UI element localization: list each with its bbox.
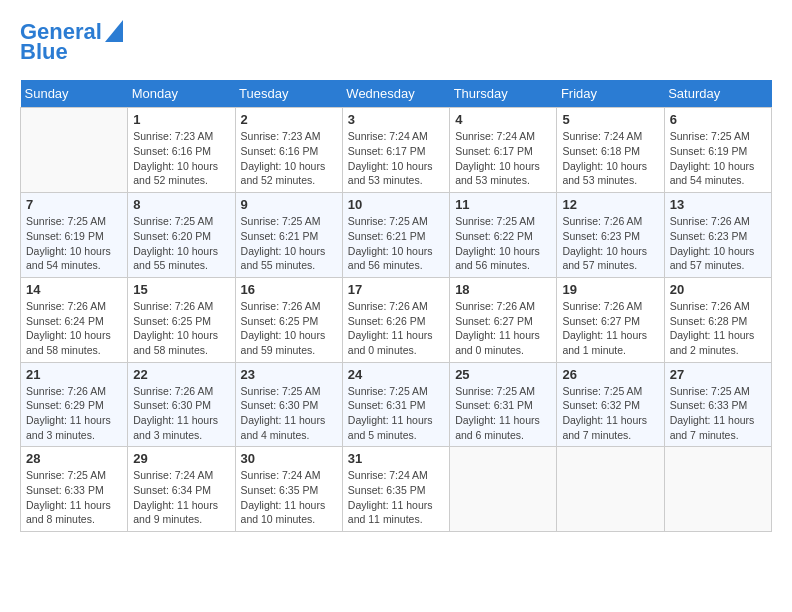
calendar-cell: 12Sunrise: 7:26 AM Sunset: 6:23 PM Dayli… <box>557 193 664 278</box>
calendar-cell: 7Sunrise: 7:25 AM Sunset: 6:19 PM Daylig… <box>21 193 128 278</box>
day-info: Sunrise: 7:24 AM Sunset: 6:18 PM Dayligh… <box>562 129 658 188</box>
day-number: 10 <box>348 197 444 212</box>
dow-header: Tuesday <box>235 80 342 108</box>
calendar-cell: 21Sunrise: 7:26 AM Sunset: 6:29 PM Dayli… <box>21 362 128 447</box>
day-number: 30 <box>241 451 337 466</box>
calendar-cell: 9Sunrise: 7:25 AM Sunset: 6:21 PM Daylig… <box>235 193 342 278</box>
day-number: 14 <box>26 282 122 297</box>
calendar-cell: 20Sunrise: 7:26 AM Sunset: 6:28 PM Dayli… <box>664 277 771 362</box>
day-info: Sunrise: 7:25 AM Sunset: 6:31 PM Dayligh… <box>455 384 551 443</box>
day-info: Sunrise: 7:26 AM Sunset: 6:28 PM Dayligh… <box>670 299 766 358</box>
day-info: Sunrise: 7:24 AM Sunset: 6:35 PM Dayligh… <box>348 468 444 527</box>
calendar-cell: 23Sunrise: 7:25 AM Sunset: 6:30 PM Dayli… <box>235 362 342 447</box>
calendar-cell <box>557 447 664 532</box>
day-number: 7 <box>26 197 122 212</box>
dow-header: Saturday <box>664 80 771 108</box>
day-info: Sunrise: 7:26 AM Sunset: 6:29 PM Dayligh… <box>26 384 122 443</box>
day-info: Sunrise: 7:25 AM Sunset: 6:30 PM Dayligh… <box>241 384 337 443</box>
dow-header: Sunday <box>21 80 128 108</box>
day-info: Sunrise: 7:23 AM Sunset: 6:16 PM Dayligh… <box>241 129 337 188</box>
day-info: Sunrise: 7:25 AM Sunset: 6:19 PM Dayligh… <box>670 129 766 188</box>
calendar-cell: 13Sunrise: 7:26 AM Sunset: 6:23 PM Dayli… <box>664 193 771 278</box>
day-number: 8 <box>133 197 229 212</box>
calendar-cell: 24Sunrise: 7:25 AM Sunset: 6:31 PM Dayli… <box>342 362 449 447</box>
day-number: 16 <box>241 282 337 297</box>
day-info: Sunrise: 7:25 AM Sunset: 6:32 PM Dayligh… <box>562 384 658 443</box>
logo-icon <box>105 20 123 42</box>
calendar-cell: 11Sunrise: 7:25 AM Sunset: 6:22 PM Dayli… <box>450 193 557 278</box>
day-info: Sunrise: 7:26 AM Sunset: 6:27 PM Dayligh… <box>562 299 658 358</box>
day-info: Sunrise: 7:26 AM Sunset: 6:25 PM Dayligh… <box>133 299 229 358</box>
day-number: 13 <box>670 197 766 212</box>
calendar-cell: 18Sunrise: 7:26 AM Sunset: 6:27 PM Dayli… <box>450 277 557 362</box>
day-number: 23 <box>241 367 337 382</box>
calendar-cell <box>21 108 128 193</box>
day-number: 28 <box>26 451 122 466</box>
calendar-cell: 17Sunrise: 7:26 AM Sunset: 6:26 PM Dayli… <box>342 277 449 362</box>
calendar-cell: 26Sunrise: 7:25 AM Sunset: 6:32 PM Dayli… <box>557 362 664 447</box>
day-number: 4 <box>455 112 551 127</box>
day-info: Sunrise: 7:26 AM Sunset: 6:25 PM Dayligh… <box>241 299 337 358</box>
day-info: Sunrise: 7:25 AM Sunset: 6:19 PM Dayligh… <box>26 214 122 273</box>
day-number: 29 <box>133 451 229 466</box>
calendar-cell <box>664 447 771 532</box>
day-info: Sunrise: 7:25 AM Sunset: 6:21 PM Dayligh… <box>241 214 337 273</box>
calendar-cell: 29Sunrise: 7:24 AM Sunset: 6:34 PM Dayli… <box>128 447 235 532</box>
calendar-cell: 22Sunrise: 7:26 AM Sunset: 6:30 PM Dayli… <box>128 362 235 447</box>
day-info: Sunrise: 7:25 AM Sunset: 6:31 PM Dayligh… <box>348 384 444 443</box>
calendar-cell: 19Sunrise: 7:26 AM Sunset: 6:27 PM Dayli… <box>557 277 664 362</box>
day-number: 2 <box>241 112 337 127</box>
page-header: General Blue <box>20 20 772 64</box>
calendar-cell: 25Sunrise: 7:25 AM Sunset: 6:31 PM Dayli… <box>450 362 557 447</box>
svg-marker-0 <box>105 20 123 42</box>
day-info: Sunrise: 7:23 AM Sunset: 6:16 PM Dayligh… <box>133 129 229 188</box>
dow-header: Thursday <box>450 80 557 108</box>
day-info: Sunrise: 7:24 AM Sunset: 6:17 PM Dayligh… <box>455 129 551 188</box>
day-number: 24 <box>348 367 444 382</box>
day-info: Sunrise: 7:26 AM Sunset: 6:23 PM Dayligh… <box>670 214 766 273</box>
calendar-cell: 5Sunrise: 7:24 AM Sunset: 6:18 PM Daylig… <box>557 108 664 193</box>
day-info: Sunrise: 7:26 AM Sunset: 6:26 PM Dayligh… <box>348 299 444 358</box>
day-info: Sunrise: 7:26 AM Sunset: 6:27 PM Dayligh… <box>455 299 551 358</box>
day-number: 1 <box>133 112 229 127</box>
calendar-cell: 30Sunrise: 7:24 AM Sunset: 6:35 PM Dayli… <box>235 447 342 532</box>
day-number: 18 <box>455 282 551 297</box>
calendar-cell: 28Sunrise: 7:25 AM Sunset: 6:33 PM Dayli… <box>21 447 128 532</box>
day-info: Sunrise: 7:26 AM Sunset: 6:24 PM Dayligh… <box>26 299 122 358</box>
calendar-cell: 8Sunrise: 7:25 AM Sunset: 6:20 PM Daylig… <box>128 193 235 278</box>
day-info: Sunrise: 7:24 AM Sunset: 6:34 PM Dayligh… <box>133 468 229 527</box>
calendar-cell: 6Sunrise: 7:25 AM Sunset: 6:19 PM Daylig… <box>664 108 771 193</box>
day-number: 22 <box>133 367 229 382</box>
calendar-cell: 1Sunrise: 7:23 AM Sunset: 6:16 PM Daylig… <box>128 108 235 193</box>
day-number: 15 <box>133 282 229 297</box>
calendar-cell: 14Sunrise: 7:26 AM Sunset: 6:24 PM Dayli… <box>21 277 128 362</box>
day-info: Sunrise: 7:25 AM Sunset: 6:20 PM Dayligh… <box>133 214 229 273</box>
calendar-cell: 2Sunrise: 7:23 AM Sunset: 6:16 PM Daylig… <box>235 108 342 193</box>
day-number: 6 <box>670 112 766 127</box>
calendar-cell: 15Sunrise: 7:26 AM Sunset: 6:25 PM Dayli… <box>128 277 235 362</box>
calendar-cell: 27Sunrise: 7:25 AM Sunset: 6:33 PM Dayli… <box>664 362 771 447</box>
day-number: 3 <box>348 112 444 127</box>
day-info: Sunrise: 7:26 AM Sunset: 6:30 PM Dayligh… <box>133 384 229 443</box>
calendar-cell: 16Sunrise: 7:26 AM Sunset: 6:25 PM Dayli… <box>235 277 342 362</box>
day-info: Sunrise: 7:25 AM Sunset: 6:21 PM Dayligh… <box>348 214 444 273</box>
day-number: 31 <box>348 451 444 466</box>
day-number: 20 <box>670 282 766 297</box>
day-number: 19 <box>562 282 658 297</box>
day-number: 11 <box>455 197 551 212</box>
calendar-cell: 31Sunrise: 7:24 AM Sunset: 6:35 PM Dayli… <box>342 447 449 532</box>
day-info: Sunrise: 7:25 AM Sunset: 6:22 PM Dayligh… <box>455 214 551 273</box>
logo: General Blue <box>20 20 123 64</box>
day-number: 26 <box>562 367 658 382</box>
calendar-cell: 4Sunrise: 7:24 AM Sunset: 6:17 PM Daylig… <box>450 108 557 193</box>
day-number: 27 <box>670 367 766 382</box>
day-number: 21 <box>26 367 122 382</box>
day-number: 12 <box>562 197 658 212</box>
day-info: Sunrise: 7:25 AM Sunset: 6:33 PM Dayligh… <box>26 468 122 527</box>
day-number: 25 <box>455 367 551 382</box>
logo-blue-text: Blue <box>20 40 68 64</box>
dow-header: Wednesday <box>342 80 449 108</box>
day-number: 17 <box>348 282 444 297</box>
day-info: Sunrise: 7:25 AM Sunset: 6:33 PM Dayligh… <box>670 384 766 443</box>
day-info: Sunrise: 7:24 AM Sunset: 6:35 PM Dayligh… <box>241 468 337 527</box>
